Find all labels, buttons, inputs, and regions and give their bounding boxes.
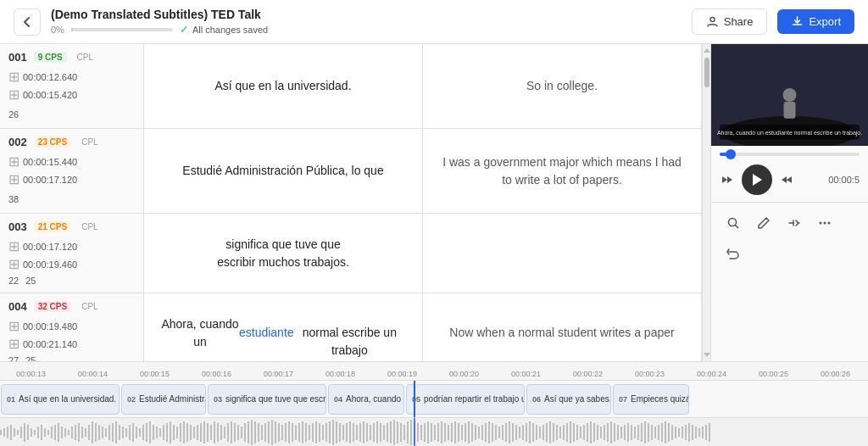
scrubber-thumb[interactable] [726,149,736,159]
svg-rect-57 [149,421,151,443]
translated-text[interactable] [423,214,701,293]
svg-rect-18 [17,430,19,435]
svg-rect-50 [125,428,127,437]
export-button[interactable]: Export [777,9,854,34]
svg-rect-40 [92,421,93,443]
video-time: 00:00:5 [828,175,860,185]
merge-tool-button[interactable] [781,209,808,237]
forward-button[interactable] [779,172,794,187]
svg-rect-24 [37,426,39,438]
svg-rect-62 [166,423,168,442]
segment-01[interactable]: 01 Así que en la universidad. [1,384,120,415]
source-text[interactable]: Así que en la universidad. [144,44,423,128]
rewind-button[interactable] [720,172,735,187]
svg-rect-56 [146,423,147,442]
add-time-icon-2[interactable]: ⊞ [8,171,19,187]
translated-text[interactable]: Now when a normal student writes a paper [423,293,701,361]
svg-rect-117 [353,423,354,442]
back-button[interactable] [14,8,41,36]
title-section: (Demo Translated Subtitles) TED Talk 0% … [51,8,682,36]
play-button[interactable] [742,164,772,195]
svg-rect-208 [661,423,663,442]
svg-rect-55 [142,425,144,440]
svg-rect-177 [556,425,558,440]
search-tool-button[interactable] [720,209,747,237]
scroll-down-icon[interactable] [700,349,711,360]
svg-rect-132 [403,425,405,440]
svg-rect-97 [285,423,287,442]
svg-rect-112 [336,421,337,443]
add-time-icon-2[interactable]: ⊞ [8,256,19,272]
translated-text[interactable]: I was a government major which means I h… [423,129,701,213]
svg-rect-32 [64,428,66,437]
svg-rect-207 [658,425,659,440]
svg-rect-178 [559,426,561,438]
add-time-icon[interactable]: ⊞ [8,318,19,334]
svg-point-10 [824,222,826,225]
svg-rect-150 [465,423,466,442]
svg-rect-158 [492,423,493,442]
svg-rect-98 [288,421,290,443]
svg-rect-174 [546,423,548,442]
scrollbar[interactable] [702,44,710,361]
translated-text[interactable]: So in college. [423,44,701,128]
svg-rect-93 [271,420,273,445]
segment-07[interactable]: 07 Empieces quizás [613,384,689,415]
add-time-icon-2[interactable]: ⊞ [8,86,19,103]
segment-02[interactable]: 02 Estudié Administración [121,384,206,415]
svg-rect-155 [481,425,483,440]
svg-rect-176 [553,423,554,442]
scrollbar-thumb[interactable] [704,58,709,87]
svg-rect-17 [14,428,15,437]
svg-rect-170 [532,423,534,442]
svg-rect-35 [75,425,76,440]
more-tool-button[interactable] [811,209,838,237]
svg-rect-181 [570,421,571,443]
svg-rect-214 [682,426,683,438]
svg-rect-200 [634,426,636,438]
svg-rect-187 [590,421,592,443]
cpl-label: CPL [81,302,97,311]
svg-rect-175 [549,421,551,443]
cps-badge: 32 CPS [34,301,71,312]
svg-rect-101 [298,423,300,442]
svg-rect-96 [281,425,283,440]
svg-rect-16 [10,425,12,440]
svg-rect-203 [644,421,646,443]
segment-06[interactable]: 06 Así que ya sabes. [526,384,611,415]
svg-rect-70 [193,426,195,438]
svg-rect-185 [583,425,585,440]
add-time-icon-2[interactable]: ⊞ [8,336,19,352]
video-scrubber[interactable] [720,153,860,156]
svg-rect-137 [420,425,422,440]
cpl-label: CPL [81,222,97,231]
svg-rect-104 [309,425,310,440]
edit-tool-button[interactable] [750,209,777,237]
svg-rect-193 [610,421,612,443]
svg-rect-218 [695,426,697,438]
source-text[interactable]: Ahora, cuando un estudiantenormal escrib… [144,293,423,361]
svg-rect-189 [597,425,598,440]
segment-03[interactable]: 03 significa que tuve que escribir mucho… [208,384,326,415]
scroll-up-icon[interactable] [700,46,711,56]
svg-rect-122 [370,425,371,440]
undo-tool-button[interactable] [720,240,747,267]
add-time-icon[interactable]: ⊞ [8,69,19,85]
source-text[interactable]: Estudié Administración Pública, lo que [144,129,423,213]
source-text[interactable]: significa que tuve queescribir muchos tr… [144,214,423,293]
segment-05[interactable]: 05 podrían repartir el trabajo un poco a… [406,384,525,415]
svg-rect-51 [129,425,131,440]
add-time-icon[interactable]: ⊞ [8,153,19,170]
svg-rect-61 [163,425,164,440]
svg-rect-64 [173,425,175,440]
share-button[interactable]: Share [692,8,768,35]
svg-rect-152 [471,423,473,442]
svg-rect-74 [207,423,209,442]
svg-rect-184 [580,426,581,438]
segment-04[interactable]: 04 Ahora, cuando un [328,384,404,415]
svg-rect-192 [607,423,609,442]
add-time-icon[interactable]: ⊞ [8,238,19,254]
playhead[interactable] [414,381,415,417]
cpl-value: 26 [8,109,19,120]
row-meta: 001 9 CPS CPL ⊞ 00:00:12.640 ⊞ 00:00:15.… [0,44,144,128]
